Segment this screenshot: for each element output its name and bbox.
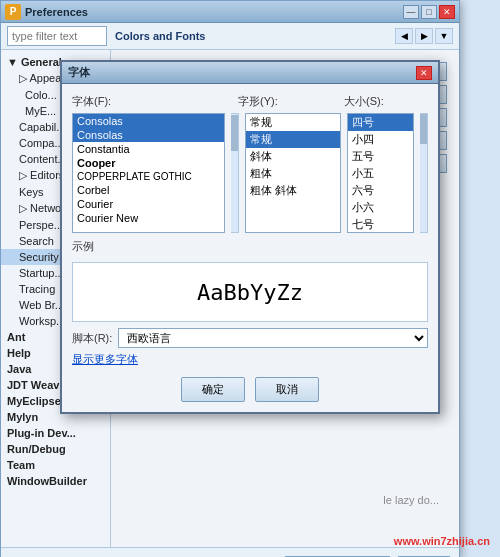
window-controls: — □ ✕ — [403, 5, 455, 19]
font-name-item-consolas1[interactable]: Consolas — [73, 114, 224, 128]
font-name-item-consolas2[interactable]: Consolas — [73, 128, 224, 142]
nav-menu[interactable]: ▼ — [435, 28, 453, 44]
font-size-7[interactable]: 七号 — [348, 216, 413, 233]
font-size-5[interactable]: 五号 — [348, 148, 413, 165]
preview-box: AaBbYyZz — [72, 262, 428, 322]
font-name-item-constantia[interactable]: Constantia — [73, 142, 224, 156]
font-style-bold[interactable]: 粗体 — [246, 165, 340, 182]
window-title: Preferences — [25, 6, 403, 18]
font-size-s4[interactable]: 小四 — [348, 131, 413, 148]
font-dialog-title-text: 字体 — [68, 65, 416, 80]
close-button[interactable]: ✕ — [439, 5, 455, 19]
sidebar-item-plugin[interactable]: Plug-in Dev... — [1, 425, 110, 441]
font-size-4[interactable]: 四号 — [348, 114, 413, 131]
background-text: le lazy do... — [383, 494, 439, 506]
title-bar: P Preferences — □ ✕ — [1, 1, 459, 23]
font-name-item-cooper[interactable]: Cooper — [73, 156, 224, 170]
more-fonts-link[interactable]: 显示更多字体 — [72, 352, 428, 367]
app-icon: P — [5, 4, 21, 20]
font-dialog-buttons: 确定 取消 — [72, 377, 428, 402]
font-size-list[interactable]: 四号 小四 五号 小五 六号 小六 七号 — [347, 113, 414, 233]
sidebar-item-team[interactable]: Team — [1, 457, 110, 473]
font-name-item-copperplate[interactable]: COPPERPLATE GOTHIC — [73, 170, 224, 183]
font-name-item-corbel[interactable]: Corbel — [73, 183, 224, 197]
font-dialog: 字体 ✕ 字体(F): 字形(Y): 大小(S): Consolas Conso… — [60, 60, 440, 414]
preview-text: AaBbYyZz — [197, 280, 303, 305]
font-name-label: 字体(F): — [72, 94, 232, 109]
font-size-6[interactable]: 六号 — [348, 182, 413, 199]
forward-arrow[interactable]: ▶ — [415, 28, 433, 44]
preview-section: 示例 AaBbYyZz — [72, 239, 428, 322]
font-name-item-courier[interactable]: Courier — [73, 197, 224, 211]
font-style-list[interactable]: 常规 常规 斜体 粗体 粗体 斜体 — [245, 113, 341, 233]
sidebar-item-windowbuilder[interactable]: WindowBuilder — [1, 473, 110, 489]
font-size-s6[interactable]: 小六 — [348, 199, 413, 216]
font-style-italic[interactable]: 斜体 — [246, 148, 340, 165]
maximize-button[interactable]: □ — [421, 5, 437, 19]
font-name-list[interactable]: Consolas Consolas Constantia Cooper COPP… — [72, 113, 225, 233]
font-style-bolditalic[interactable]: 粗体 斜体 — [246, 182, 340, 199]
font-ok-button[interactable]: 确定 — [181, 377, 245, 402]
font-name-item-couriernew[interactable]: Courier New — [73, 211, 224, 225]
font-dialog-body: 字体(F): 字形(Y): 大小(S): Consolas Consolas C… — [62, 84, 438, 412]
font-size-label: 大小(S): — [344, 94, 414, 109]
script-select[interactable]: 西欧语言 — [118, 328, 428, 348]
font-style-regular1[interactable]: 常规 — [246, 114, 340, 131]
minimize-button[interactable]: — — [403, 5, 419, 19]
font-size-scrollbar[interactable] — [420, 113, 428, 233]
font-dialog-close[interactable]: ✕ — [416, 66, 432, 80]
font-style-label: 字形(Y): — [238, 94, 338, 109]
font-name-scrollbar[interactable] — [231, 113, 239, 233]
sidebar-item-rundebug[interactable]: Run/Debug — [1, 441, 110, 457]
font-size-s5[interactable]: 小五 — [348, 165, 413, 182]
bottom-bar: Restore Defaults Apply — [1, 547, 459, 557]
back-arrow[interactable]: ◀ — [395, 28, 413, 44]
script-row: 脚本(R): 西欧语言 — [72, 328, 428, 348]
preview-label: 示例 — [72, 239, 428, 254]
font-cancel-button[interactable]: 取消 — [255, 377, 319, 402]
font-style-regular2[interactable]: 常规 — [246, 131, 340, 148]
font-lists-row: Consolas Consolas Constantia Cooper COPP… — [72, 113, 428, 233]
watermark: www.win7zhijia.cn — [394, 535, 490, 547]
font-dialog-title-bar: 字体 ✕ — [62, 62, 438, 84]
filter-input[interactable] — [7, 26, 107, 46]
script-label: 脚本(R): — [72, 331, 112, 346]
font-column-labels: 字体(F): 字形(Y): 大小(S): — [72, 94, 428, 109]
content-title: Colors and Fonts — [115, 30, 395, 42]
